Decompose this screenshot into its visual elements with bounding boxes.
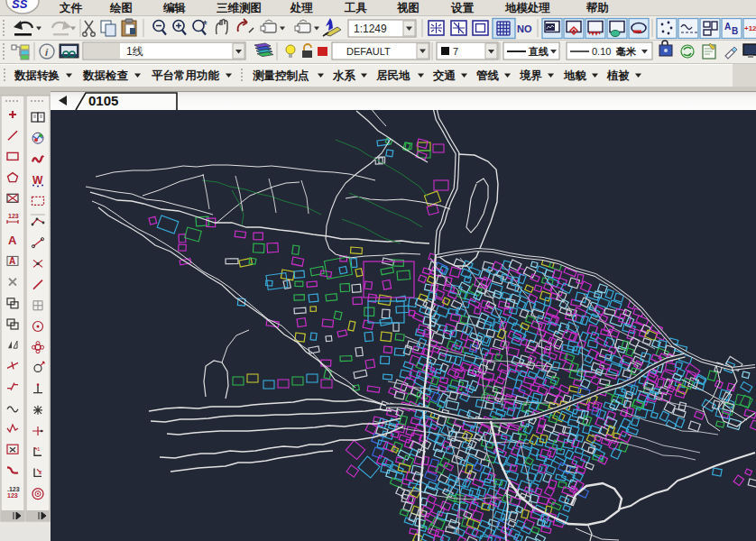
svg-text:B: B (732, 26, 738, 36)
svg-text:1:1249: 1:1249 (354, 23, 387, 35)
svg-text:A: A (8, 234, 17, 247)
svg-text:毫米: 毫米 (616, 46, 637, 57)
svg-text:设置: 设置 (450, 2, 475, 14)
svg-text:境界: 境界 (519, 69, 543, 82)
svg-text:帮助: 帮助 (585, 2, 609, 14)
svg-text:0105: 0105 (88, 93, 118, 108)
svg-text:NO: NO (517, 23, 532, 34)
svg-text:+123: +123 (744, 24, 756, 32)
svg-text:0.10: 0.10 (592, 46, 611, 57)
svg-text:DEFAULT: DEFAULT (346, 46, 391, 57)
svg-text:平台常用功能: 平台常用功能 (152, 69, 220, 82)
svg-text:SS: SS (12, 0, 28, 11)
svg-text:绘图: 绘图 (109, 2, 133, 14)
svg-text:123: 123 (7, 492, 18, 499)
svg-text:文件: 文件 (59, 1, 83, 14)
svg-text:测量控制点: 测量控制点 (253, 69, 309, 82)
svg-text:三维测图: 三维测图 (217, 2, 262, 14)
svg-text:地模处理: 地模处理 (504, 2, 551, 14)
svg-text:数据检查: 数据检查 (82, 69, 129, 82)
svg-text:±: ± (203, 18, 207, 26)
svg-text:W: W (32, 174, 43, 187)
svg-text:编辑: 编辑 (162, 2, 186, 14)
svg-text:交通: 交通 (432, 69, 456, 82)
svg-text:工具: 工具 (344, 2, 368, 14)
svg-text:A: A (724, 22, 731, 32)
svg-text:管线: 管线 (475, 69, 500, 82)
svg-text:7: 7 (453, 46, 458, 57)
svg-text:.123: .123 (7, 486, 20, 492)
svg-text:数据转换: 数据转换 (14, 69, 60, 82)
svg-text:1线: 1线 (126, 45, 143, 58)
svg-text:水系: 水系 (332, 69, 356, 82)
svg-text:A: A (9, 256, 15, 266)
svg-text:处理: 处理 (290, 2, 314, 14)
svg-text:地貌: 地貌 (563, 69, 587, 82)
svg-text:居民地: 居民地 (375, 69, 410, 82)
svg-text:植被: 植被 (606, 69, 631, 82)
svg-text:视图: 视图 (396, 2, 419, 14)
svg-text:直线: 直线 (528, 46, 549, 57)
svg-text:123: 123 (8, 213, 19, 219)
